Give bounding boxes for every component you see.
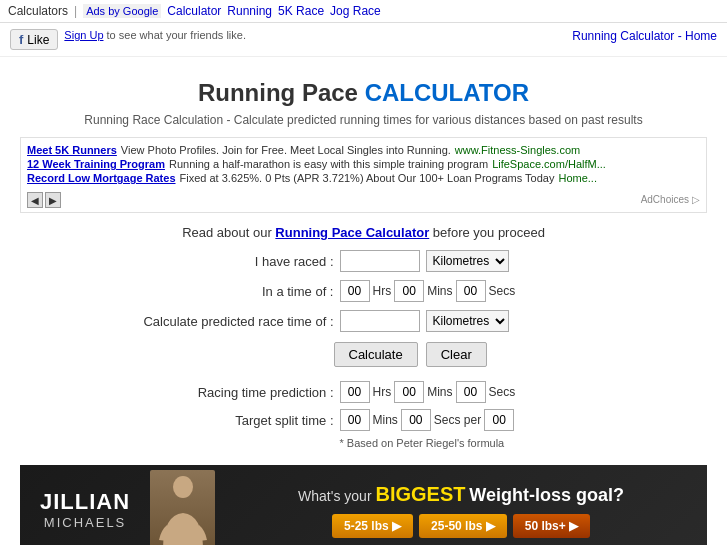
- ad1-title[interactable]: Meet 5K Runners: [27, 144, 117, 156]
- banner-btn-3[interactable]: 50 lbs+ ▶: [513, 514, 590, 538]
- banner-first-name: JILLIAN: [40, 490, 130, 514]
- like-section: f Like Sign Up to see what your friends …: [10, 29, 246, 50]
- ad-next-button[interactable]: ▶: [45, 192, 61, 208]
- split-seconds[interactable]: 00: [401, 409, 431, 431]
- nav-link-jog[interactable]: Jog Race: [330, 4, 381, 18]
- nav-link-calculator[interactable]: Calculator: [167, 4, 221, 18]
- page-subtitle: Running Race Calculation - Calculate pre…: [20, 113, 707, 127]
- distance-unit-select[interactable]: Kilometres Miles: [426, 250, 509, 272]
- calculators-label: Calculators: [8, 4, 68, 18]
- seconds-input[interactable]: 00: [456, 280, 486, 302]
- result-hrs-label: Hrs: [373, 385, 392, 399]
- ad-section: Meet 5K Runners View Photo Profiles. Joi…: [20, 137, 707, 213]
- top-navigation: Calculators | Ads by Google Calculator R…: [0, 0, 727, 23]
- ad2-domain: LifeSpace.com/HalfM...: [492, 158, 606, 170]
- split-minutes[interactable]: 00: [340, 409, 370, 431]
- nav-link-5k[interactable]: 5K Race: [278, 4, 324, 18]
- like-button[interactable]: f Like: [10, 29, 58, 50]
- predict-distance-input[interactable]: [340, 310, 420, 332]
- signup-link[interactable]: Sign Up: [64, 29, 103, 41]
- banner-goal: Weight-loss goal?: [469, 485, 624, 505]
- ad3-text: Fixed at 3.625%. 0 Pts (APR 3.721%) Abou…: [180, 172, 555, 184]
- time-label: In a time of :: [114, 284, 334, 299]
- page-title: Running Pace CALCULATOR: [20, 79, 707, 107]
- banner-content: What's your BIGGEST Weight-loss goal? 5-…: [235, 483, 687, 538]
- intro-text1: Read about our: [182, 225, 275, 240]
- calculator-form: I have raced : Kilometres Miles In a tim…: [114, 250, 614, 367]
- ad2-title[interactable]: 12 Week Training Program: [27, 158, 165, 170]
- result-secs-label: Secs: [489, 385, 516, 399]
- banner-btn-2[interactable]: 25-50 lbs ▶: [419, 514, 507, 538]
- formula-note: * Based on Peter Riegel's formula: [114, 437, 614, 449]
- banner-question: What's your BIGGEST Weight-loss goal?: [235, 483, 687, 506]
- facebook-icon: f: [19, 32, 23, 47]
- ads-by-google-label: Ads by Google: [83, 4, 161, 18]
- time-group: 00 Hrs 00 Mins 00 Secs: [340, 280, 516, 302]
- form-row-time: In a time of : 00 Hrs 00 Mins 00 Secs: [114, 280, 614, 302]
- clear-button[interactable]: Clear: [426, 342, 487, 367]
- banner-biggest: BIGGEST: [375, 483, 465, 505]
- title-part1: Running Pace: [198, 79, 365, 106]
- form-row-predict: Calculate predicted race time of : Kilom…: [114, 310, 614, 332]
- home-link[interactable]: Running Calculator - Home: [572, 29, 717, 43]
- predict-unit-select[interactable]: Kilometres Miles: [426, 310, 509, 332]
- split-mins-label: Mins: [373, 413, 398, 427]
- result-row-split: Target split time : 00 Mins 00 Secs per …: [114, 409, 614, 431]
- button-row: Calculate Clear: [114, 342, 614, 367]
- result-minutes[interactable]: 00: [394, 381, 424, 403]
- prediction-label: Racing time prediction :: [114, 385, 334, 400]
- ad-line-2: 12 Week Training Program Running a half-…: [27, 158, 700, 170]
- ad-navigation: ◀ ▶: [27, 192, 61, 208]
- predict-label: Calculate predicted race time of :: [114, 314, 334, 329]
- banner-person-image: [150, 470, 215, 545]
- social-bar: f Like Sign Up to see what your friends …: [0, 23, 727, 57]
- signup-suffix: to see what your friends like.: [107, 29, 246, 41]
- ad-choices-icon: ▷: [692, 194, 700, 205]
- ad-line-1: Meet 5K Runners View Photo Profiles. Joi…: [27, 144, 700, 156]
- ad-choices-label: AdChoices: [641, 194, 689, 205]
- title-part2: CALCULATOR: [365, 79, 529, 106]
- result-row-prediction: Racing time prediction : 00 Hrs 00 Mins …: [114, 381, 614, 403]
- banner-name: JILLIAN MICHAELS: [40, 490, 130, 529]
- result-hours[interactable]: 00: [340, 381, 370, 403]
- results-section: Racing time prediction : 00 Hrs 00 Mins …: [114, 381, 614, 449]
- hours-input[interactable]: 00: [340, 280, 370, 302]
- secs-label: Secs: [489, 284, 516, 298]
- ad-line-3: Record Low Mortgage Rates Fixed at 3.625…: [27, 172, 700, 184]
- fb-signup-text: Sign Up to see what your friends like.: [64, 29, 246, 41]
- intro-text2: before you proceed: [429, 225, 545, 240]
- split-label: Target split time :: [114, 413, 334, 428]
- ad-prev-button[interactable]: ◀: [27, 192, 43, 208]
- split-per[interactable]: 00: [484, 409, 514, 431]
- nav-separator: |: [74, 4, 77, 18]
- banner-buttons: 5-25 lbs ▶ 25-50 lbs ▶ 50 lbs+ ▶: [235, 514, 687, 538]
- ad-choices: AdChoices ▷: [641, 194, 700, 205]
- like-label: Like: [27, 33, 49, 47]
- ad3-title[interactable]: Record Low Mortgage Rates: [27, 172, 176, 184]
- calc-intro: Read about our Running Pace Calculator b…: [20, 225, 707, 240]
- ad1-domain: www.Fitness-Singles.com: [455, 144, 580, 156]
- result-time-group: 00 Hrs 00 Mins 00 Secs: [340, 381, 516, 403]
- ad3-domain: Home...: [558, 172, 597, 184]
- result-seconds[interactable]: 00: [456, 381, 486, 403]
- distance-label: I have raced :: [114, 254, 334, 269]
- split-secs-label: Secs per: [434, 413, 481, 427]
- main-content: Running Pace CALCULATOR Running Race Cal…: [0, 57, 727, 545]
- banner-last-name: MICHAELS: [40, 515, 130, 530]
- ad2-text: Running a half-marathon is easy with thi…: [169, 158, 488, 170]
- result-mins-label: Mins: [427, 385, 452, 399]
- intro-link[interactable]: Running Pace Calculator: [275, 225, 429, 240]
- minutes-input[interactable]: 00: [394, 280, 424, 302]
- hrs-label: Hrs: [373, 284, 392, 298]
- nav-link-running[interactable]: Running: [227, 4, 272, 18]
- banner-advertisement[interactable]: JILLIAN MICHAELS What's your BIGGEST Wei…: [20, 465, 707, 545]
- ad1-text: View Photo Profiles. Join for Free. Meet…: [121, 144, 451, 156]
- mins-label: Mins: [427, 284, 452, 298]
- split-time-group: 00 Mins 00 Secs per 00: [340, 409, 515, 431]
- form-row-distance: I have raced : Kilometres Miles: [114, 250, 614, 272]
- distance-input[interactable]: [340, 250, 420, 272]
- calculate-button[interactable]: Calculate: [334, 342, 418, 367]
- svg-point-0: [173, 476, 193, 498]
- banner-btn-1[interactable]: 5-25 lbs ▶: [332, 514, 413, 538]
